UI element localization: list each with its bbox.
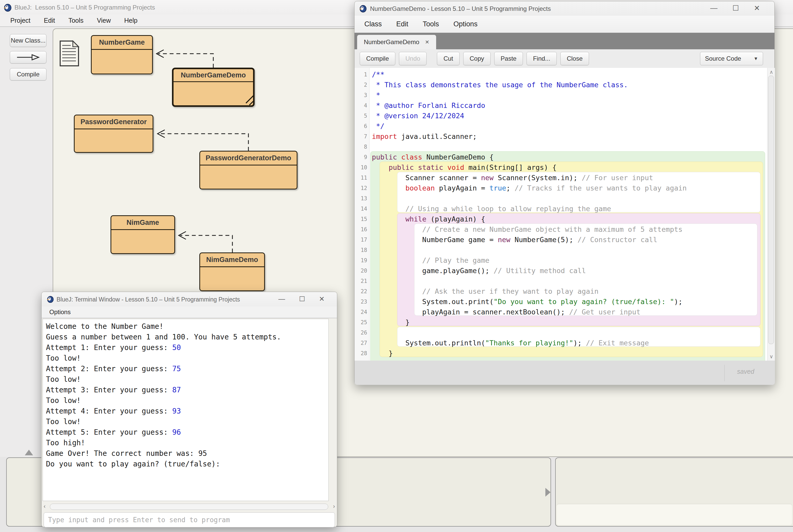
save-status-label: saved [737, 368, 754, 375]
terminal-horizontal-scrollbar[interactable]: ‹ › [44, 503, 335, 510]
close-icon[interactable]: ✕ [754, 4, 760, 13]
scroll-right-icon[interactable]: › [333, 503, 335, 510]
code-line: game.playGame(); // Utility method call [372, 266, 586, 276]
maximize-icon[interactable]: ☐ [732, 4, 739, 13]
terminal-line: Attempt 3: Enter your guess: 87 [46, 385, 181, 395]
code-line: System.out.println("Thanks for playing!"… [372, 338, 649, 348]
expand-bench-icon[interactable] [25, 450, 33, 455]
code-line: // Create a new NumberGame object with a… [372, 224, 682, 235]
minimize-icon[interactable]: — [710, 4, 717, 13]
code-line: // Play the game [372, 255, 489, 266]
menu-edit[interactable]: Edit [44, 17, 55, 24]
terminal-line: Game Over! The correct number was: 95 [46, 448, 207, 459]
codepad-panel[interactable] [555, 457, 793, 527]
scroll-up-icon[interactable]: ∧ [768, 69, 775, 75]
code-line: } [372, 317, 410, 327]
new-class-button[interactable]: New Class... [10, 34, 46, 47]
terminal-line: Welcome to the Number Game! [46, 321, 164, 332]
line-number: 11 [361, 175, 367, 181]
line-number: 24 [361, 309, 367, 315]
terminal-line: Too low! [46, 395, 81, 406]
terminal-output-area[interactable]: Welcome to the Number Game!Guess a numbe… [43, 319, 329, 501]
menu-options[interactable]: Options [453, 20, 477, 28]
close-icon[interactable]: ✕ [319, 295, 325, 303]
line-number: 4 [364, 102, 367, 109]
compile-button[interactable]: Compile [360, 52, 395, 65]
menu-options[interactable]: Options [49, 308, 71, 316]
class-numbergame[interactable]: NumberGame [91, 35, 153, 74]
codepad-input-row[interactable] [557, 504, 792, 525]
scroll-down-icon[interactable]: ∨ [768, 354, 775, 360]
scrollbar-thumb[interactable] [768, 76, 774, 344]
scroll-left-icon[interactable]: ‹ [44, 503, 45, 510]
line-number: 25 [361, 319, 367, 325]
class-name-label: NimGameDemo [200, 253, 264, 267]
terminal-line: Guess a number between 1 and 100. You ha… [46, 332, 281, 342]
line-number: 6 [364, 123, 367, 129]
class-nimgame[interactable]: NimGame [111, 215, 175, 254]
close-button[interactable]: Close [560, 52, 589, 65]
line-number: 20 [361, 268, 367, 274]
code-line: NumberGame game = new NumberGame(5); // … [372, 235, 657, 245]
code-editor-area[interactable]: /** * This class demonstrates the usage … [355, 68, 775, 361]
line-number: 12 [361, 185, 367, 191]
tab-numbergamedemo[interactable]: NumberGameDemo ✕ [357, 35, 436, 49]
code-line: playAgain = scanner.nextBoolean(); // Ge… [372, 307, 640, 317]
code-line: /** [372, 70, 384, 80]
copy-button[interactable]: Copy [463, 52, 491, 65]
code-line: while (playAgain) { [372, 214, 485, 224]
maximize-icon[interactable]: ☐ [299, 295, 305, 303]
menu-tools[interactable]: Tools [423, 20, 439, 28]
class-name-label: NimGame [111, 216, 174, 230]
view-selector-dropdown[interactable]: Source Code ▼ [700, 52, 763, 65]
line-number: 28 [361, 350, 367, 357]
find-button[interactable]: Find... [527, 52, 557, 65]
scrollbar-thumb[interactable] [50, 504, 328, 510]
terminal-window: BlueJ: Terminal Window - Lesson 5.10 – U… [41, 292, 337, 527]
editor-menubar: ClassEditToolsOptions [355, 16, 774, 33]
class-name-label: NumberGameDemo [173, 69, 253, 82]
menu-view[interactable]: View [97, 17, 111, 24]
class-name-label: PasswordGeneratorDemo [200, 152, 297, 166]
line-number: 19 [361, 258, 367, 264]
editor-window-title: NumberGameDemo - Lesson 5.10 – Unit 5 Pr… [370, 5, 551, 13]
tab-label: NumberGameDemo [364, 38, 419, 46]
line-number: 2 [364, 82, 367, 88]
terminal-input-field[interactable]: Type input and press Enter to send to pr… [44, 512, 335, 527]
menu-project[interactable]: Project [10, 17, 31, 24]
expand-codepad-icon[interactable] [545, 488, 550, 497]
cut-button[interactable]: Cut [437, 52, 459, 65]
menu-edit[interactable]: Edit [396, 20, 409, 28]
code-line: boolean playAgain = true; // Tracks if t… [372, 183, 686, 193]
editor-tabstrip: NumberGameDemo ✕ [355, 33, 774, 49]
uses-arrow-button[interactable] [10, 51, 46, 63]
menu-help[interactable]: Help [124, 17, 137, 24]
class-passwordgeneratordemo[interactable]: PasswordGeneratorDemo [199, 151, 298, 189]
line-number: 17 [361, 237, 367, 243]
main-window-title: BlueJ: Lesson 5.10 – Unit 5 Programming … [15, 4, 155, 11]
terminal-line: Too high! [46, 438, 85, 448]
menu-class[interactable]: Class [364, 20, 382, 28]
editor-vertical-scrollbar[interactable]: ∧ ∨ [767, 68, 775, 361]
paste-button[interactable]: Paste [494, 52, 523, 65]
line-number: 18 [361, 247, 367, 253]
line-number: 9 [364, 154, 367, 160]
class-passwordgenerator[interactable]: PasswordGenerator [74, 115, 153, 153]
minimize-icon[interactable]: — [278, 295, 285, 303]
code-line: * This class demonstrates the usage of t… [372, 80, 628, 90]
class-numbergamedemo[interactable]: NumberGameDemo [172, 68, 254, 107]
tab-close-icon[interactable]: ✕ [425, 39, 430, 45]
code-line: import java.util.Scanner; [372, 131, 477, 142]
terminal-window-title: BlueJ: Terminal Window - Lesson 5.10 – U… [57, 296, 240, 303]
menu-tools[interactable]: Tools [69, 17, 83, 24]
code-line: // Ask the user if they want to play aga… [372, 286, 599, 297]
terminal-input-placeholder: Type input and press Enter to send to pr… [48, 516, 230, 524]
terminal-line: Attempt 4: Enter your guess: 93 [46, 406, 181, 416]
code-line: System.out.print("Do you want to play ag… [372, 297, 682, 307]
compile-button[interactable]: Compile [10, 68, 46, 80]
terminal-line: Do you want to play again? (true/false): [46, 459, 220, 469]
class-nimgamedemo[interactable]: NimGameDemo [199, 252, 265, 291]
code-line: public class NumberGameDemo { [372, 152, 493, 163]
code-line: // Using a while loop to allow replaying… [372, 204, 611, 214]
line-number: 22 [361, 288, 367, 294]
